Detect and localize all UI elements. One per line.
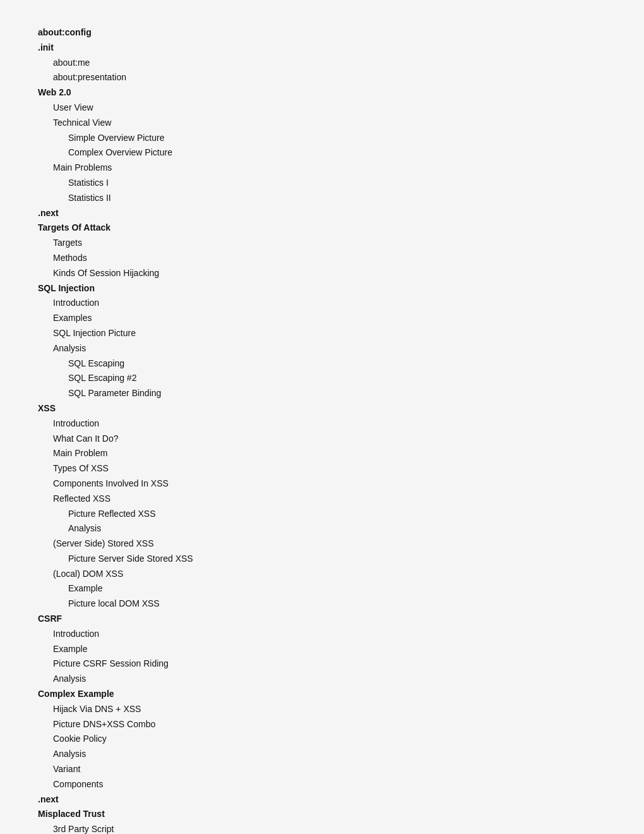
outline-item-38[interactable]: Picture local DOM XSS: [68, 596, 606, 612]
outline-item-49[interactable]: Variant: [53, 762, 606, 777]
outline-item-36[interactable]: (Local) DOM XSS: [53, 567, 606, 582]
outline-item-51[interactable]: .next: [38, 792, 606, 807]
outline-item-10[interactable]: Statistics I: [68, 176, 606, 191]
outline-item-47[interactable]: Cookie Policy: [53, 732, 606, 747]
outline-item-28[interactable]: Main Problem: [53, 446, 606, 461]
outline-item-50[interactable]: Components: [53, 777, 606, 792]
outline-item-45[interactable]: Hijack Via DNS + XSS: [53, 702, 606, 717]
outline-item-33[interactable]: Analysis: [68, 521, 606, 536]
outline-item-27[interactable]: What Can It Do?: [53, 432, 606, 447]
outline-item-1[interactable]: .init: [38, 40, 606, 56]
outline-item-44[interactable]: Complex Example: [38, 687, 606, 702]
outline-item-0[interactable]: about:config: [38, 25, 606, 40]
outline-container: about:config.initabout:meabout:presentat…: [38, 25, 606, 834]
outline-item-53[interactable]: 3rd Party Script: [53, 822, 606, 834]
outline-item-31[interactable]: Reflected XSS: [53, 492, 606, 507]
outline-item-6[interactable]: Technical View: [53, 116, 606, 131]
outline-item-30[interactable]: Components Involved In XSS: [53, 476, 606, 492]
outline-item-3[interactable]: about:presentation: [53, 70, 606, 85]
outline-item-32[interactable]: Picture Reflected XSS: [68, 507, 606, 522]
outline-item-14[interactable]: Targets: [53, 236, 606, 251]
outline-item-4[interactable]: Web 2.0: [38, 85, 606, 100]
outline-item-15[interactable]: Methods: [53, 251, 606, 266]
outline-item-29[interactable]: Types Of XSS: [53, 461, 606, 476]
outline-item-41[interactable]: Example: [53, 642, 606, 657]
outline-item-19[interactable]: Examples: [53, 311, 606, 326]
outline-item-34[interactable]: (Server Side) Stored XSS: [53, 536, 606, 552]
outline-item-39[interactable]: CSRF: [38, 612, 606, 627]
outline-item-26[interactable]: Introduction: [53, 416, 606, 432]
outline-item-18[interactable]: Introduction: [53, 296, 606, 311]
outline-item-21[interactable]: Analysis: [53, 341, 606, 356]
outline-item-25[interactable]: XSS: [38, 401, 606, 416]
outline-item-23[interactable]: SQL Escaping #2: [68, 371, 606, 386]
outline-item-40[interactable]: Introduction: [53, 627, 606, 642]
outline-item-13[interactable]: Targets Of Attack: [38, 221, 606, 236]
outline-item-35[interactable]: Picture Server Side Stored XSS: [68, 552, 606, 567]
outline-item-2[interactable]: about:me: [53, 56, 606, 71]
outline-item-20[interactable]: SQL Injection Picture: [53, 326, 606, 341]
outline-item-22[interactable]: SQL Escaping: [68, 356, 606, 372]
outline-item-48[interactable]: Analysis: [53, 747, 606, 762]
outline-item-5[interactable]: User View: [53, 100, 606, 116]
outline-item-37[interactable]: Example: [68, 581, 606, 596]
outline-item-43[interactable]: Analysis: [53, 672, 606, 687]
outline-item-42[interactable]: Picture CSRF Session Riding: [53, 656, 606, 672]
outline-item-24[interactable]: SQL Parameter Binding: [68, 386, 606, 401]
outline-item-7[interactable]: Simple Overview Picture: [68, 131, 606, 146]
outline-item-46[interactable]: Picture DNS+XSS Combo: [53, 717, 606, 732]
outline-item-52[interactable]: Misplaced Trust: [38, 807, 606, 822]
outline-item-9[interactable]: Main Problems: [53, 160, 606, 176]
outline-item-16[interactable]: Kinds Of Session Hijacking: [53, 266, 606, 281]
outline-item-17[interactable]: SQL Injection: [38, 281, 606, 296]
outline-item-12[interactable]: .next: [38, 206, 606, 221]
outline-item-8[interactable]: Complex Overview Picture: [68, 145, 606, 160]
outline-item-11[interactable]: Statistics II: [68, 191, 606, 206]
